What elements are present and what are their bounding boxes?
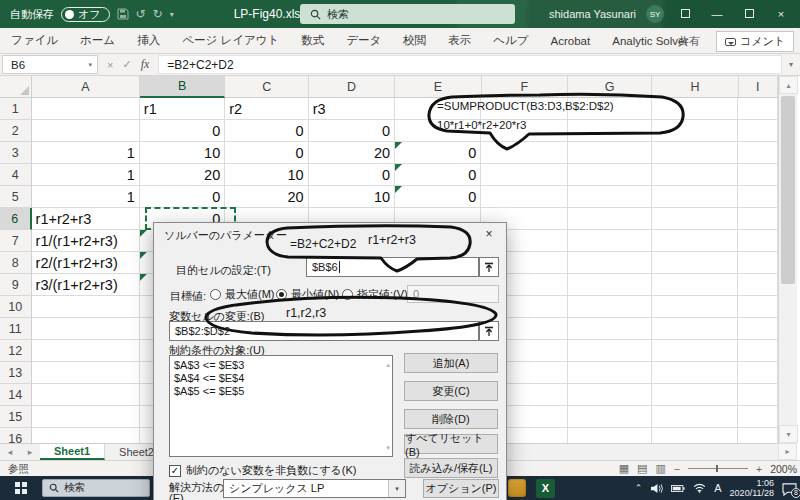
- constraint-item[interactable]: $A$3 <= $E$3: [174, 359, 388, 372]
- column-header-B[interactable]: B: [140, 76, 225, 98]
- comments-button[interactable]: コメント: [716, 31, 794, 52]
- cell-G13[interactable]: [568, 362, 652, 384]
- cell-A8[interactable]: r2/(r1+r2+r3): [32, 252, 140, 274]
- cell-D2[interactable]: 0: [309, 120, 395, 142]
- nonnegative-checkbox[interactable]: ✓ 制約のない変数を非負数にする(K): [169, 463, 356, 478]
- cell-H5[interactable]: [652, 186, 738, 208]
- cell-G14[interactable]: [568, 384, 652, 406]
- battery-icon[interactable]: [671, 484, 685, 493]
- avatar[interactable]: SY: [646, 5, 664, 23]
- cell-H7[interactable]: [652, 230, 738, 252]
- add-constraint-button[interactable]: 追加(A): [404, 353, 498, 373]
- cell-I11[interactable]: [738, 318, 778, 340]
- range-select-icon[interactable]: [479, 257, 499, 277]
- row-header-3[interactable]: 3: [0, 142, 32, 164]
- scroll-up-icon[interactable]: ▴: [779, 76, 798, 94]
- cell-I12[interactable]: [738, 340, 778, 362]
- cell-F5[interactable]: [481, 186, 567, 208]
- cell-A7[interactable]: r1/(r1+r2+r3): [32, 230, 140, 252]
- cell-H12[interactable]: [652, 340, 738, 362]
- enter-icon[interactable]: ✓: [122, 58, 131, 71]
- zoom-out-icon[interactable]: −: [674, 463, 680, 475]
- cell-E5[interactable]: 0: [395, 186, 481, 208]
- reset-all-button[interactable]: すべてリセット(B): [404, 434, 498, 454]
- cell-C2[interactable]: 0: [225, 120, 308, 142]
- qat-customize-icon[interactable]: ▾: [170, 10, 174, 19]
- variable-cells-input[interactable]: $B$2:$D$2: [169, 321, 479, 341]
- cell-H2[interactable]: [652, 120, 738, 142]
- tab-view[interactable]: 表示: [437, 28, 482, 54]
- action-center-icon[interactable]: 8: [782, 482, 797, 495]
- share-button[interactable]: 共有: [670, 32, 708, 51]
- cell-I15[interactable]: [738, 406, 778, 428]
- cell-I8[interactable]: [738, 252, 778, 274]
- cell-B2[interactable]: 0: [140, 120, 225, 142]
- cell-H9[interactable]: [652, 274, 738, 296]
- cell-H14[interactable]: [652, 384, 738, 406]
- cell-G6[interactable]: [568, 208, 652, 230]
- cancel-icon[interactable]: ×: [107, 59, 113, 71]
- tab-insert[interactable]: 挿入: [126, 28, 171, 54]
- row-header-13[interactable]: 13: [0, 362, 32, 384]
- cell-G15[interactable]: [568, 406, 652, 428]
- solving-method-select[interactable]: シンプレックス LP ▾: [223, 479, 406, 498]
- column-header-G[interactable]: G: [568, 76, 652, 98]
- row-header-4[interactable]: 4: [0, 164, 32, 186]
- column-header-I[interactable]: I: [739, 76, 778, 98]
- cell-G1[interactable]: [568, 98, 652, 120]
- row-header-12[interactable]: 12: [0, 340, 32, 362]
- normal-view-icon[interactable]: ▦: [619, 462, 629, 475]
- cell-I10[interactable]: [738, 296, 778, 318]
- constraints-listbox[interactable]: $A$3 <= $E$3 $A$4 <= $E$4 $A$5 <= $E$5 ▴…: [169, 355, 393, 457]
- load-save-button[interactable]: 読み込み/保存(L): [404, 458, 498, 478]
- formula-input[interactable]: =B2+C2+D2: [158, 55, 782, 74]
- tab-help[interactable]: ヘルプ: [482, 28, 539, 54]
- cell-D3[interactable]: 20: [309, 142, 395, 164]
- cell-G9[interactable]: [568, 274, 652, 296]
- taskbar-app-icon[interactable]: [508, 479, 526, 497]
- cell-G7[interactable]: [568, 230, 652, 252]
- cell-D4[interactable]: 0: [309, 164, 395, 186]
- taskbar-search-box[interactable]: 検索: [42, 479, 150, 497]
- cell-H10[interactable]: [652, 296, 738, 318]
- cell-E4[interactable]: 0: [395, 164, 481, 186]
- objective-cell-input[interactable]: $B$6: [306, 257, 479, 277]
- cell-G10[interactable]: [568, 296, 652, 318]
- cell-H3[interactable]: [652, 142, 738, 164]
- cell-H11[interactable]: [652, 318, 738, 340]
- row-header-16[interactable]: 16: [0, 428, 32, 443]
- undo-icon[interactable]: ↺: [136, 7, 146, 21]
- tab-data[interactable]: データ: [335, 28, 392, 54]
- page-break-view-icon[interactable]: ▥: [655, 462, 665, 475]
- radio-min[interactable]: 最小値(N): [276, 287, 339, 302]
- list-scroll-up-icon[interactable]: ▴: [386, 358, 390, 371]
- dialog-close-button[interactable]: ×: [480, 227, 498, 241]
- formula-bar-expand-icon[interactable]: ▾: [782, 54, 800, 75]
- save-icon[interactable]: [117, 8, 129, 20]
- name-box-dropdown-icon[interactable]: ▾: [88, 61, 92, 69]
- radio-value-of[interactable]: 指定値:(V): [342, 287, 408, 302]
- cell-G3[interactable]: [568, 142, 652, 164]
- cell-G5[interactable]: [568, 186, 652, 208]
- cell-C3[interactable]: 0: [225, 142, 308, 164]
- cell-A12[interactable]: [32, 340, 140, 362]
- cell-A11[interactable]: [32, 318, 140, 340]
- tab-formulas[interactable]: 数式: [290, 28, 335, 54]
- autosave-toggle[interactable]: オフ: [61, 7, 110, 22]
- row-header-5[interactable]: 5: [0, 186, 32, 208]
- cell-E1[interactable]: [395, 98, 481, 120]
- row-header-9[interactable]: 9: [0, 274, 32, 296]
- wifi-icon[interactable]: [693, 483, 706, 493]
- cell-F4[interactable]: [481, 164, 567, 186]
- page-layout-view-icon[interactable]: ▤: [637, 462, 647, 475]
- cell-H8[interactable]: [652, 252, 738, 274]
- cell-C4[interactable]: 10: [225, 164, 308, 186]
- cell-A10[interactable]: [32, 296, 140, 318]
- cell-H6[interactable]: [652, 208, 738, 230]
- cell-H15[interactable]: [652, 406, 738, 428]
- cell-I2[interactable]: [738, 120, 778, 142]
- column-header-A[interactable]: A: [32, 76, 140, 98]
- cell-I14[interactable]: [738, 384, 778, 406]
- scroll-down-icon[interactable]: ▾: [779, 425, 798, 443]
- tab-page-layout[interactable]: ページ レイアウト: [171, 28, 290, 54]
